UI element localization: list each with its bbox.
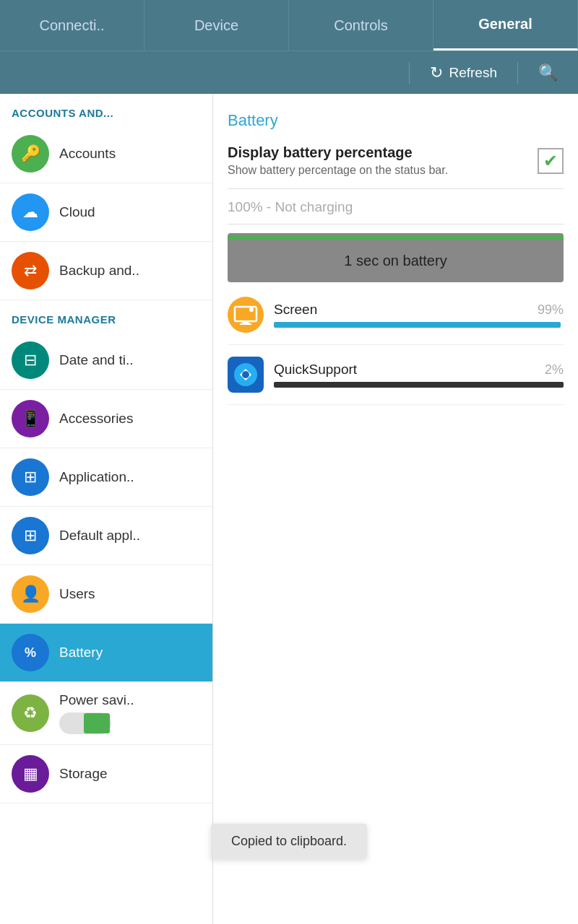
svg-point-4: [249, 308, 254, 312]
refresh-icon: ↻: [430, 64, 443, 82]
quicksupport-app-icon: [228, 357, 264, 393]
battery-percentage-desc: Show battery percentage on the status ba…: [228, 164, 448, 177]
screen-app-pct: 99%: [538, 302, 564, 318]
toolbar: ↻ Refresh 🔍: [0, 51, 578, 94]
sidebar-item-users-label: Users: [59, 586, 95, 602]
sidebar-item-applications[interactable]: ⊞ Application..: [0, 448, 212, 507]
app-row-quicksupport: QuickSupport 2%: [228, 357, 564, 405]
sidebar-item-accounts[interactable]: 🔑 Accounts: [0, 125, 212, 183]
power-savi-content: Power savi..: [59, 692, 134, 734]
search-icon: 🔍: [538, 64, 558, 82]
tab-controls[interactable]: Controls: [289, 0, 434, 51]
app-row-screen: Screen 99%: [228, 297, 564, 345]
svg-rect-2: [242, 321, 249, 323]
sidebar-item-cloud-label: Cloud: [59, 204, 95, 220]
toggle-thumb: [84, 713, 110, 733]
screen-name-row: Screen 99%: [274, 302, 564, 318]
sidebar-item-datetime-label: Date and ti..: [59, 352, 133, 368]
quicksupport-name-row: QuickSupport 2%: [274, 362, 564, 378]
sidebar-item-battery[interactable]: % Battery: [0, 624, 212, 682]
sidebar-item-cloud[interactable]: ☁ Cloud: [0, 183, 212, 242]
sidebar-item-accessories-label: Accessories: [59, 411, 133, 427]
sidebar-item-powersaving-label: Power savi..: [59, 692, 134, 708]
battery-percentage-checkbox[interactable]: ✔: [538, 148, 564, 174]
applications-icon: ⊞: [12, 458, 49, 496]
quicksupport-progress-bar: [274, 382, 564, 388]
sidebar-item-powersaving[interactable]: ♻ Power savi..: [0, 682, 212, 745]
sidebar-item-applications-label: Application..: [59, 469, 134, 485]
toolbar-divider2: [517, 62, 518, 84]
toast-message: Copied to clipboard.: [231, 834, 347, 848]
storage-icon: ▦: [12, 755, 49, 793]
backup-icon: ⇄: [12, 252, 49, 289]
sidebar-item-accounts-label: Accounts: [59, 146, 116, 162]
tab-general[interactable]: General: [434, 0, 578, 51]
content-area: Battery Display battery percentage Show …: [213, 94, 578, 924]
users-icon: 👤: [12, 575, 49, 613]
toolbar-divider: [409, 62, 410, 84]
screen-app-name: Screen: [274, 302, 317, 318]
clipboard-toast: Copied to clipboard.: [211, 824, 367, 859]
svg-rect-3: [240, 323, 251, 325]
content-title: Battery: [228, 111, 564, 130]
battery-icon: %: [12, 634, 49, 671]
sidebar-item-datetime[interactable]: ⊟ Date and ti..: [0, 331, 212, 390]
top-nav: Connecti.. Device Controls General: [0, 0, 578, 51]
quicksupport-app-pct: 2%: [545, 362, 564, 378]
tab-connecti[interactable]: Connecti..: [0, 0, 144, 51]
screen-app-icon: [228, 297, 264, 333]
power-saving-toggle[interactable]: [59, 712, 111, 734]
main-layout: ACCOUNTS AND... 🔑 Accounts ☁ Cloud ⇄ Bac…: [0, 94, 578, 924]
accessories-icon: 📱: [12, 400, 49, 437]
sidebar-item-defaultapps[interactable]: ⊞ Default appl..: [0, 507, 212, 565]
battery-status: 100% - Not charging: [228, 199, 564, 225]
battery-bar-container: 1 sec on battery: [228, 233, 564, 282]
sidebar-item-battery-label: Battery: [59, 645, 103, 661]
search-button[interactable]: 🔍: [530, 59, 566, 87]
battery-bar-label: 1 sec on battery: [228, 241, 564, 281]
sidebar-item-storage[interactable]: ▦ Storage: [0, 745, 212, 803]
section-title-accounts: ACCOUNTS AND...: [0, 94, 212, 125]
battery-percentage-label: Display battery percentage: [228, 144, 448, 161]
battery-percentage-setting: Display battery percentage Show battery …: [228, 144, 564, 189]
sidebar-item-defaultapps-label: Default appl..: [59, 528, 140, 544]
sidebar-item-backup[interactable]: ⇄ Backup and..: [0, 242, 212, 300]
quicksupport-app-name: QuickSupport: [274, 362, 357, 378]
sidebar-item-accessories[interactable]: 📱 Accessories: [0, 390, 212, 448]
quicksupport-app-info: QuickSupport 2%: [274, 362, 564, 388]
datetime-icon: ⊟: [12, 341, 49, 379]
screen-progress-bar: [274, 322, 561, 328]
refresh-button[interactable]: ↻ Refresh: [421, 59, 506, 87]
sidebar-item-backup-label: Backup and..: [59, 263, 139, 279]
sidebar-item-storage-label: Storage: [59, 766, 108, 782]
tab-device[interactable]: Device: [144, 0, 289, 51]
powersaving-icon: ♻: [12, 694, 49, 732]
sidebar: ACCOUNTS AND... 🔑 Accounts ☁ Cloud ⇄ Bac…: [0, 94, 213, 924]
accounts-icon: 🔑: [12, 135, 49, 173]
svg-point-7: [242, 371, 249, 378]
svg-point-0: [228, 297, 264, 333]
defaultapps-icon: ⊞: [12, 517, 49, 554]
refresh-label: Refresh: [449, 65, 497, 81]
section-title-device-manager: DEVICE MANAGER: [0, 300, 212, 331]
battery-percentage-text: Display battery percentage Show battery …: [228, 144, 448, 177]
cloud-icon: ☁: [12, 193, 49, 231]
sidebar-item-users[interactable]: 👤 Users: [0, 565, 212, 624]
screen-app-info: Screen 99%: [274, 302, 564, 328]
battery-bar-green: [228, 236, 564, 240]
